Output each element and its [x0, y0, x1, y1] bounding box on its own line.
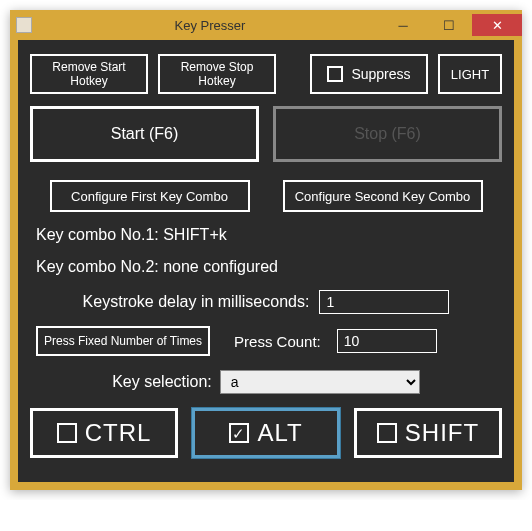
- stop-button[interactable]: Stop (F6): [273, 106, 502, 162]
- ctrl-toggle[interactable]: CTRL: [30, 408, 178, 458]
- alt-toggle[interactable]: ✓ ALT: [192, 408, 340, 458]
- titlebar[interactable]: Key Presser ─ ☐ ✕: [10, 10, 522, 40]
- window-controls: ─ ☐ ✕: [380, 14, 522, 36]
- hotkey-row: Remove Start Hotkey Remove Stop Hotkey S…: [30, 54, 502, 94]
- key-selection-dropdown[interactable]: a: [220, 370, 420, 394]
- configure-first-combo-button[interactable]: Configure First Key Combo: [50, 180, 250, 212]
- close-button[interactable]: ✕: [472, 14, 522, 36]
- shift-toggle[interactable]: SHIFT: [354, 408, 502, 458]
- shift-checkbox-icon: [377, 423, 397, 443]
- maximize-button[interactable]: ☐: [426, 14, 472, 36]
- fixed-row: Press Fixed Number of Times Press Count:: [30, 326, 502, 356]
- press-fixed-button[interactable]: Press Fixed Number of Times: [36, 326, 210, 356]
- ctrl-checkbox-icon: [57, 423, 77, 443]
- delay-row: Keystroke delay in milliseconds:: [30, 290, 502, 314]
- press-count-input[interactable]: [337, 329, 437, 353]
- app-icon: [16, 17, 32, 33]
- configure-second-combo-button[interactable]: Configure Second Key Combo: [283, 180, 483, 212]
- start-button[interactable]: Start (F6): [30, 106, 259, 162]
- suppress-toggle[interactable]: Suppress: [310, 54, 428, 94]
- minimize-button[interactable]: ─: [380, 14, 426, 36]
- combo1-info: Key combo No.1: SHIFT+k: [30, 226, 502, 244]
- delay-input[interactable]: [319, 290, 449, 314]
- alt-label: ALT: [257, 419, 302, 447]
- maximize-icon: ☐: [443, 18, 455, 33]
- press-count-label: Press Count:: [234, 333, 321, 350]
- content-panel: Remove Start Hotkey Remove Stop Hotkey S…: [18, 40, 514, 482]
- combo2-info: Key combo No.2: none configured: [30, 258, 502, 276]
- ctrl-label: CTRL: [85, 419, 152, 447]
- remove-start-hotkey-button[interactable]: Remove Start Hotkey: [30, 54, 148, 94]
- configure-row: Configure First Key Combo Configure Seco…: [30, 180, 502, 212]
- alt-checkbox-icon: ✓: [229, 423, 249, 443]
- window-title: Key Presser: [40, 18, 380, 33]
- remove-stop-hotkey-button[interactable]: Remove Stop Hotkey: [158, 54, 276, 94]
- shift-label: SHIFT: [405, 419, 479, 447]
- window-frame: Key Presser ─ ☐ ✕ Remove Start Hotkey Re…: [10, 10, 522, 490]
- modifier-row: CTRL ✓ ALT SHIFT: [30, 408, 502, 458]
- key-selection-label: Key selection:: [112, 373, 212, 391]
- suppress-label: Suppress: [351, 66, 410, 82]
- light-theme-button[interactable]: LIGHT: [438, 54, 502, 94]
- key-selection-row: Key selection: a: [30, 370, 502, 394]
- delay-label: Keystroke delay in milliseconds:: [83, 293, 310, 311]
- suppress-checkbox-icon: [327, 66, 343, 82]
- close-icon: ✕: [492, 18, 503, 33]
- start-stop-row: Start (F6) Stop (F6): [30, 106, 502, 162]
- minimize-icon: ─: [398, 18, 407, 33]
